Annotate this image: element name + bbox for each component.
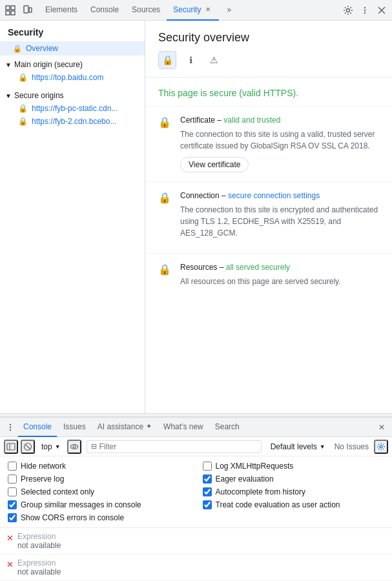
tab-more[interactable]: »	[220, 0, 238, 21]
device-toolbar-icon[interactable]	[19, 3, 35, 18]
expression-content-0: Expressionnot available	[17, 532, 386, 550]
console-panel: Console Issues AI assistance ✦ What's ne…	[0, 417, 392, 581]
more-vertical-icon[interactable]	[357, 3, 373, 18]
cert-lock-icon: 🔒	[158, 116, 171, 172]
svg-rect-4	[24, 6, 28, 13]
setting-row-selected-context-only: Selected context only	[8, 487, 190, 496]
expression-row-1: ✕Expressionnot available	[0, 555, 392, 581]
setting-label-show-cors-errors: Show CORS errors in console	[21, 513, 124, 522]
console-menu-icon[interactable]	[4, 421, 17, 434]
tab-issues[interactable]: Issues	[58, 418, 91, 437]
checkbox-treat-code-evaluation[interactable]	[203, 500, 212, 509]
expression-label-1: Expression	[17, 558, 386, 567]
main-origin-url-text: https://top.baidu.com	[32, 73, 103, 82]
filter-icon: ⊟	[91, 442, 97, 451]
connection-section: 🔒 Connection – secure connection setting…	[145, 181, 392, 253]
sidebar-secure-origin-1[interactable]: 🔒 https://fyb-pc-static.cdn...	[0, 102, 145, 115]
sec-info-btn[interactable]: ℹ	[181, 51, 200, 69]
sidebar-secure-origin-2[interactable]: 🔒 https://fyb-2.cdn.bcebo...	[0, 115, 145, 128]
sec-warning-icon: ⚠	[210, 55, 218, 65]
tab-elements[interactable]: Elements	[39, 0, 84, 21]
settings-gear-icon[interactable]	[340, 3, 356, 18]
main-origin-label: Main origin (secure)	[14, 60, 83, 69]
tab-sources[interactable]: Sources	[125, 0, 167, 21]
secure-banner: This page is secure (valid HTTPS).	[145, 77, 392, 106]
close-console-panel-icon[interactable]: ✕	[375, 421, 388, 434]
view-certificate-button[interactable]: View certificate	[180, 157, 249, 172]
svg-point-21	[380, 445, 382, 448]
tab-console[interactable]: Console	[18, 418, 57, 437]
clear-console-icon[interactable]	[21, 440, 35, 454]
res-content: Resources – all served securely All reso…	[180, 263, 379, 292]
checkbox-log-xmlhttprequests[interactable]	[203, 462, 212, 471]
security-overview-title: Security overview	[145, 21, 392, 51]
expression-content-1: Expressionnot available	[17, 558, 386, 576]
secure-origins-arrow: ▼	[5, 92, 12, 99]
svg-rect-1	[11, 6, 15, 10]
svg-point-7	[364, 6, 366, 8]
resources-section: 🔒 Resources – all served securely All re…	[145, 253, 392, 301]
svg-point-12	[10, 423, 11, 425]
expression-row-0: ✕Expressionnot available	[0, 528, 392, 555]
sidebar-main-origin-url[interactable]: 🔒 https://top.baidu.com	[0, 71, 145, 84]
checkbox-autocomplete-from-history[interactable]	[203, 487, 212, 496]
svg-point-8	[364, 9, 366, 10]
svg-point-6	[347, 8, 350, 12]
sidebar-overview[interactable]: 🔒 Overview	[0, 41, 145, 56]
security-sidebar: Security 🔒 Overview ▼ Main origin (secur…	[0, 21, 145, 413]
checkbox-show-cors-errors[interactable]	[8, 513, 17, 522]
setting-row-eager-evaluation: Eager evaluation	[203, 474, 385, 484]
setting-row-log-xmlhttprequests: Log XMLHttpRequests	[203, 462, 385, 471]
svg-point-9	[364, 12, 366, 13]
setting-label-log-xmlhttprequests: Log XMLHttpRequests	[216, 462, 294, 471]
filter-input[interactable]	[99, 442, 257, 451]
checkbox-preserve-log[interactable]	[8, 474, 17, 484]
svg-rect-5	[29, 8, 32, 12]
setting-label-hide-network: Hide network	[21, 462, 66, 471]
sidebar-secure-origins[interactable]: ▼ Secure origins	[0, 89, 145, 102]
close-devtools-icon[interactable]	[374, 3, 389, 18]
checkbox-hide-network[interactable]	[8, 462, 17, 471]
console-tabs-bar: Console Issues AI assistance ✦ What's ne…	[0, 418, 392, 437]
console-settings-gear-icon[interactable]	[374, 440, 388, 454]
svg-rect-2	[6, 11, 10, 15]
sidebar-toggle-icon[interactable]	[4, 440, 18, 454]
setting-row-autocomplete-from-history: Autocomplete from history	[203, 487, 385, 496]
sec-warning-btn[interactable]: ⚠	[205, 51, 223, 69]
sidebar-main-origin[interactable]: ▼ Main origin (secure)	[0, 58, 145, 71]
checkbox-selected-context-only[interactable]	[8, 487, 17, 496]
secure-origins-label: Secure origins	[14, 91, 64, 100]
setting-label-treat-code-evaluation: Treat code evaluation as user action	[216, 500, 340, 509]
tab-console-top[interactable]: Console	[84, 0, 125, 21]
sidebar-title: Security	[0, 21, 145, 41]
close-security-tab[interactable]: ✕	[203, 5, 212, 14]
sec-info-icon: ℹ	[189, 55, 192, 65]
res-desc: All resources on this page are served se…	[180, 276, 379, 287]
top-dropdown[interactable]: top ▼	[37, 441, 65, 453]
svg-line-18	[26, 444, 30, 449]
default-levels-dropdown[interactable]: Default levels ▼	[267, 441, 329, 453]
checkbox-eager-evaluation[interactable]	[203, 474, 212, 484]
tab-search[interactable]: Search	[210, 418, 245, 437]
eye-icon[interactable]	[67, 440, 81, 454]
secure-origin-1-url: https://fyb-pc-static.cdn...	[32, 104, 118, 113]
tab-whats-new[interactable]: What's new	[158, 418, 209, 437]
sec-lock-btn[interactable]: 🔒	[158, 51, 176, 69]
main-origin-lock-icon: 🔒	[18, 73, 28, 82]
svg-point-14	[10, 429, 11, 430]
filter-group[interactable]: ⊟	[87, 440, 262, 453]
checkbox-group-similar-messages[interactable]	[8, 500, 17, 509]
secure-origin-2-lock-icon: 🔒	[18, 117, 28, 126]
expression-value-1: not available	[17, 567, 386, 576]
expression-close-1[interactable]: ✕	[6, 560, 14, 569]
tab-security[interactable]: Security ✕	[167, 0, 219, 21]
conn-title: Connection – secure connection settings	[180, 191, 379, 200]
secure-origin-2-url: https://fyb-2.cdn.bcebo...	[32, 117, 116, 126]
devtools-tab-bar: Elements Console Sources Security ✕ »	[0, 0, 392, 21]
tab-ai-assistance[interactable]: AI assistance ✦	[92, 418, 157, 437]
setting-row-treat-code-evaluation: Treat code evaluation as user action	[203, 500, 385, 509]
svg-rect-0	[6, 6, 10, 10]
inspector-icon[interactable]	[3, 3, 18, 18]
res-lock-icon: 🔒	[158, 263, 171, 292]
expression-close-0[interactable]: ✕	[6, 533, 14, 543]
